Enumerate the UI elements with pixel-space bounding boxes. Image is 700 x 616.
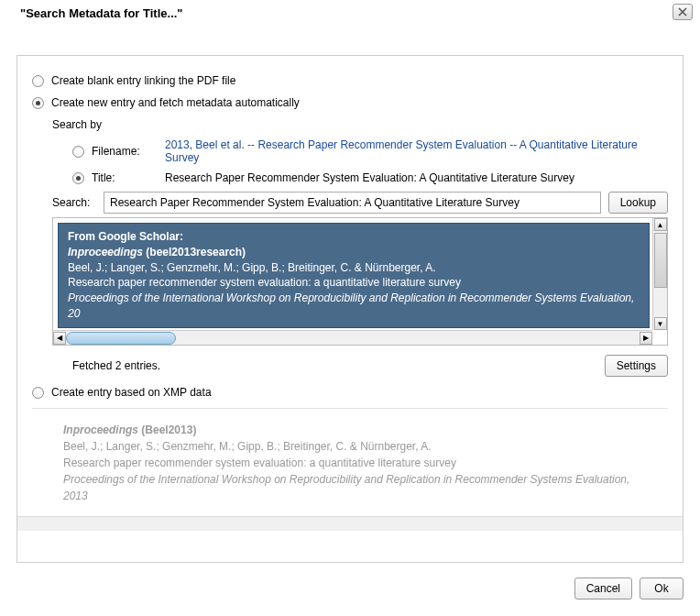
radio-fetch[interactable] [32, 97, 44, 109]
result1-authors: Beel, J.; Langer, S.; Genzmehr, M.; Gipp… [68, 260, 640, 276]
title-value: Research Paper Recommender System Evalua… [165, 171, 574, 184]
close-button[interactable] [673, 4, 693, 20]
xmp-preview: Inproceedings (Beel2013) Beel, J.; Lange… [32, 408, 668, 516]
scroll-right-icon[interactable]: ▶ [640, 332, 652, 345]
scroll-left-icon[interactable]: ◀ [53, 332, 66, 345]
result1-title: Research paper recommender system evalua… [68, 275, 640, 291]
dialog-title: "Search Metadata for Title..." [7, 6, 183, 20]
settings-button[interactable]: Settings [605, 355, 668, 377]
results-hscrollbar[interactable]: ◀ ▶ [53, 330, 652, 345]
xmp-venue: Proceedings of the International Worksho… [63, 471, 637, 504]
option-xmp-label: Create entry based on XMP data [51, 386, 212, 399]
radio-blank[interactable] [32, 75, 44, 87]
result1-key: (beel2013research) [143, 246, 246, 258]
search-input[interactable] [104, 192, 601, 214]
option-fetch-label: Create new entry and fetch metadata auto… [51, 96, 300, 109]
title-bar: "Search Metadata for Title..." [0, 0, 700, 26]
results-vscrollbar[interactable]: ▲ ▼ [652, 218, 667, 330]
footer-buttons: Cancel Ok [574, 578, 684, 600]
radio-xmp[interactable] [32, 387, 44, 399]
filename-value: 2013, Beel et al. -- Research Paper Reco… [165, 138, 668, 164]
scroll-down-icon[interactable]: ▼ [654, 317, 667, 330]
scroll-up-icon[interactable]: ▲ [654, 218, 667, 231]
result-item-1[interactable]: From Google Scholar: Inproceedings (beel… [58, 223, 650, 328]
filename-label: Filename: [92, 145, 158, 158]
hscroll-thumb[interactable] [66, 332, 176, 345]
content-panel: Create blank entry linking the PDF file … [16, 55, 684, 563]
ok-button[interactable]: Ok [640, 578, 684, 600]
close-icon [678, 7, 687, 16]
option-blank-label: Create blank entry linking the PDF file [51, 74, 235, 87]
searchby-options: Filename: 2013, Beel et al. -- Research … [52, 138, 668, 184]
result1-source: From Google Scholar: [68, 229, 640, 245]
results-list: From Google Scholar: Inproceedings (beel… [52, 217, 668, 346]
status-text: Fetched 2 entries. [52, 359, 160, 372]
xmp-title: Research paper recommender system evalua… [63, 455, 637, 471]
lookup-button[interactable]: Lookup [608, 192, 668, 214]
option-blank-row[interactable]: Create blank entry linking the PDF file [32, 74, 668, 87]
search-row: Search: Lookup [52, 192, 668, 214]
result1-type: Inproceedings [68, 246, 143, 258]
option-fetch-row[interactable]: Create new entry and fetch metadata auto… [32, 96, 668, 109]
option-xmp-row[interactable]: Create entry based on XMP data [32, 386, 668, 399]
xmp-authors: Beel, J.; Langer, S.; Genzmehr, M.; Gipp… [63, 438, 637, 455]
fetch-subpanel: Search by Filename: 2013, Beel et al. --… [32, 118, 668, 377]
searchby-title-row[interactable]: Title: Research Paper Recommender System… [72, 171, 668, 184]
searchby-filename-row[interactable]: Filename: 2013, Beel et al. -- Research … [72, 138, 668, 164]
status-row: Fetched 2 entries. Settings [52, 355, 668, 377]
radio-title[interactable] [72, 172, 84, 184]
xmp-key: (Beel2013) [138, 424, 196, 436]
results-scroll-area[interactable]: From Google Scholar: Inproceedings (beel… [55, 220, 652, 330]
xmp-type: Inproceedings [63, 424, 138, 436]
title-label: Title: [92, 171, 158, 184]
search-label: Search: [52, 196, 96, 209]
radio-filename[interactable] [72, 146, 84, 158]
searchby-label: Search by [52, 118, 668, 131]
panel-hscrollbar[interactable] [17, 516, 683, 531]
dialog-window: "Search Metadata for Title..." Create bl… [0, 0, 700, 616]
result1-venue: Proceedings of the International Worksho… [68, 291, 640, 322]
vscroll-thumb[interactable] [654, 233, 667, 288]
cancel-button[interactable]: Cancel [574, 578, 632, 600]
